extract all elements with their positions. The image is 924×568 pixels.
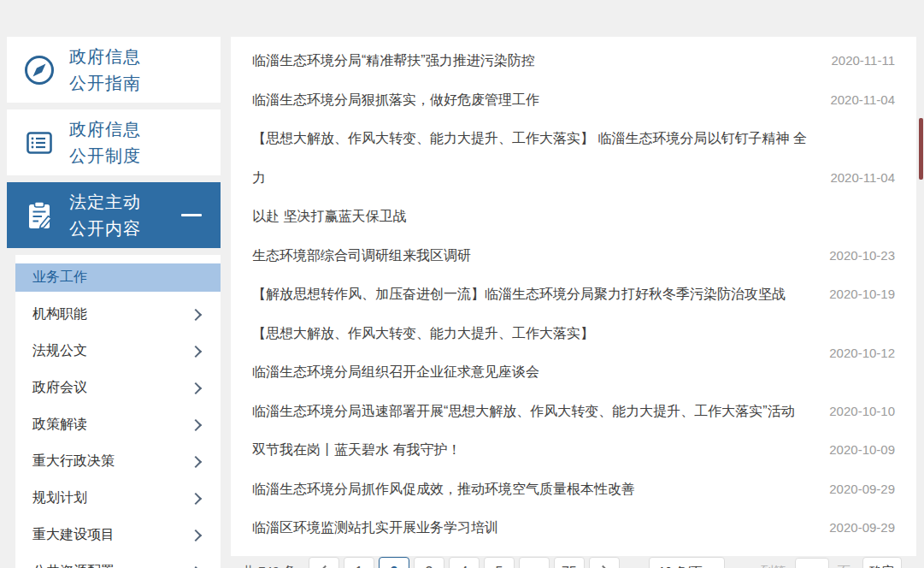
sidebar-item-label: 法定主动 公开内容 (69, 189, 141, 242)
confirm-button-label: 确定 (869, 564, 895, 568)
sidebar-submenu-item[interactable]: 法规公文 (15, 333, 221, 370)
sidebar-submenu-item[interactable]: 政策解读 (15, 406, 221, 443)
news-row[interactable]: 临淄生态环境分局迅速部署开展“思想大解放、作风大转变、能力大提升、工作大落实”活… (242, 392, 905, 431)
goto-prefix-label: 到第 (761, 564, 786, 568)
chevron-right-icon (190, 345, 202, 357)
chevron-right-icon (190, 492, 202, 504)
page-number-label: 75 (562, 565, 577, 568)
prev-page-button[interactable] (309, 557, 339, 568)
submenu-item-label: 规划计划 (32, 489, 87, 507)
collapse-toggle[interactable] (181, 214, 202, 216)
news-title[interactable]: 【思想大解放、作风大转变、能力大提升、工作大落实】 临淄生态环境分局以钉钉子精神… (252, 119, 815, 236)
news-date: 2020-09-29 (814, 482, 895, 496)
news-panel: 临淄生态环境分局“精准帮扶”强力推进污染防控 2020-11-11 临淄生态环境… (231, 37, 916, 556)
submenu-item-label: 政府会议 (32, 379, 87, 397)
news-title[interactable]: 临淄生态环境分局狠抓落实，做好危废管理工作 (252, 80, 539, 120)
page-number-label: 4 (460, 565, 468, 568)
page-number-label: 1 (355, 565, 362, 568)
confirm-button[interactable]: 确定 (862, 557, 902, 568)
news-row[interactable]: 临淄生态环境分局抓作风促成效，推动环境空气质量根本性改善 2020-09-29 (242, 470, 905, 509)
submenu-item-label: 机构职能 (32, 305, 87, 323)
chevron-right-icon (190, 308, 202, 320)
sidebar-item-statutory-disclosure[interactable]: 法定主动 公开内容 (7, 182, 221, 248)
scrollbar-thumb[interactable] (919, 118, 923, 180)
news-row[interactable]: 【思想大解放、作风大转变、能力大提升、工作大落实】 临淄生态环境分局以钉钉子精神… (242, 119, 905, 236)
news-date: 2020-10-23 (814, 248, 895, 263)
sidebar-submenu-item[interactable]: 业务工作 (15, 263, 221, 292)
news-title[interactable]: 双节我在岗丨蓝天碧水 有我守护！ (252, 430, 461, 470)
page-number-button[interactable]: 5 (484, 557, 515, 568)
page-size-select[interactable]: 10 条/页 (649, 557, 724, 568)
page-number-list: 1 2 3 4 5 ... 75 (341, 557, 586, 568)
goto-suffix-label: 页 (838, 564, 850, 568)
chevron-right-icon (190, 418, 202, 430)
clipboard-pencil-icon (22, 198, 56, 233)
sidebar-item-label: 政府信息 公开制度 (69, 116, 141, 169)
news-row[interactable]: 临淄区环境监测站扎实开展业务学习培训 2020-09-29 (242, 508, 905, 547)
news-title[interactable]: 临淄生态环境分局迅速部署开展“思想大解放、作风大转变、能力大提升、工作大落实”活… (252, 392, 795, 431)
sidebar-submenu-item[interactable]: 规划计划 (15, 480, 221, 517)
submenu-item-label: 法规公文 (32, 342, 87, 360)
news-title[interactable]: 生态环境部综合司调研组来我区调研 (252, 236, 471, 275)
sidebar-item-info-guide[interactable]: 政府信息 公开指南 (7, 37, 221, 103)
news-date: 2020-09-29 (814, 520, 895, 535)
page-number-label: 2 (390, 565, 397, 568)
ledger-icon (22, 126, 56, 160)
goto-page-input[interactable] (795, 558, 829, 568)
news-row[interactable]: 【思想大解放、作风大转变、能力大提升、工作大落实】 临淄生态环境分局组织召开企业… (242, 314, 905, 392)
sidebar-submenu-item[interactable]: 重大建设项目 (15, 517, 221, 553)
news-date: 2020-10-12 (814, 346, 895, 360)
news-date: 2020-11-04 (815, 92, 895, 107)
submenu-item-label: 公共资源配置 (32, 563, 115, 568)
sidebar-submenu-item[interactable]: 机构职能 (15, 296, 221, 333)
minus-icon (181, 214, 202, 216)
submenu-item-label: 业务工作 (32, 269, 87, 287)
news-row[interactable]: 临淄生态环境分局狠抓落实，做好危废管理工作 2020-11-04 (242, 80, 905, 120)
page-number-label: 5 (495, 565, 503, 568)
news-date: 2020-11-04 (815, 170, 895, 185)
news-row[interactable]: 【解放思想转作风、加压奋进创一流】临淄生态环境分局聚力打好秋冬季污染防治攻坚战 … (242, 275, 905, 314)
page-number-button[interactable]: 1 (344, 557, 374, 568)
sidebar-submenu: 业务工作 机构职能 法规公文 政府会议 政策解读 重大行政决策 规划计划 (15, 255, 221, 568)
compass-icon (22, 53, 56, 87)
sidebar-item-label: 政府信息 公开指南 (69, 44, 141, 97)
next-page-button[interactable] (589, 557, 620, 568)
total-count-label: 共 749 条 (242, 564, 296, 568)
page-size-label: 10 条/页 (658, 565, 702, 568)
submenu-item-label: 政策解读 (32, 416, 87, 434)
news-date: 2020-10-09 (814, 442, 895, 457)
submenu-item-label: 重大行政决策 (32, 453, 115, 470)
chevron-right-icon (190, 455, 202, 467)
page-number-label: 3 (425, 565, 433, 568)
news-title[interactable]: 临淄生态环境分局抓作风促成效，推动环境空气质量根本性改善 (252, 470, 635, 509)
news-row[interactable]: 临淄生态环境分局“精准帮扶”强力推进污染防控 2020-11-11 (242, 41, 905, 80)
chevron-right-icon (190, 382, 202, 393)
news-row[interactable]: 双节我在岗丨蓝天碧水 有我守护！ 2020-10-09 (242, 430, 905, 470)
chevron-right-icon (190, 529, 202, 541)
news-list: 临淄生态环境分局“精准帮扶”强力推进污染防控 2020-11-11 临淄生态环境… (242, 41, 905, 547)
goto-page-group: 到第 页 确定 (761, 557, 902, 568)
page-number-button[interactable]: ... (519, 557, 550, 568)
submenu-item-label: 重大建设项目 (32, 526, 115, 544)
news-title[interactable]: 临淄生态环境分局“精准帮扶”强力推进污染防控 (252, 41, 535, 80)
news-date: 2020-10-19 (814, 287, 895, 301)
sidebar-submenu-item[interactable]: 公共资源配置 (15, 553, 221, 568)
page-number-button[interactable]: 4 (449, 557, 480, 568)
news-date: 2020-11-11 (815, 53, 895, 68)
sidebar-item-info-system[interactable]: 政府信息 公开制度 (7, 109, 221, 175)
news-title[interactable]: 【解放思想转作风、加压奋进创一流】临淄生态环境分局聚力打好秋冬季污染防治攻坚战 (252, 275, 786, 314)
news-date: 2020-10-10 (814, 404, 895, 418)
page-number-button[interactable]: 75 (554, 557, 585, 568)
pagination-bar: 共 749 条 1 2 3 4 5 ... 75 (242, 555, 905, 568)
sidebar: 政府信息 公开指南 政府信息 公开制度 (7, 37, 221, 568)
page-number-button[interactable]: 2 (379, 557, 409, 568)
page-number-button[interactable]: 3 (414, 557, 444, 568)
sidebar-submenu-item[interactable]: 重大行政决策 (15, 443, 221, 480)
news-title[interactable]: 临淄区环境监测站扎实开展业务学习培训 (252, 508, 498, 547)
news-title[interactable]: 【思想大解放、作风大转变、能力大提升、工作大落实】 临淄生态环境分局组织召开企业… (252, 314, 594, 392)
news-row[interactable]: 生态环境部综合司调研组来我区调研 2020-10-23 (242, 236, 905, 275)
sidebar-submenu-item[interactable]: 政府会议 (15, 370, 221, 406)
